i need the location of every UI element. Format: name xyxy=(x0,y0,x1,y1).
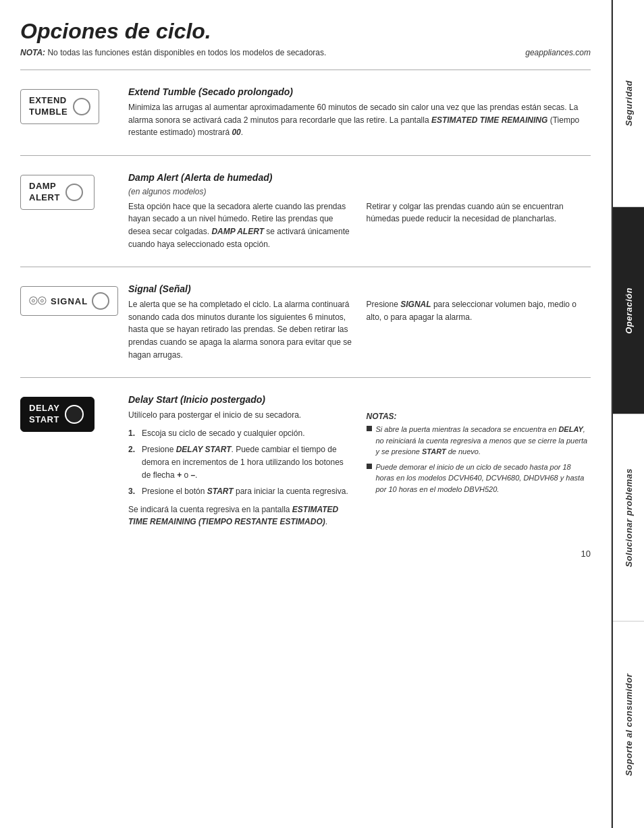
delay-start-toggle[interactable] xyxy=(65,405,84,424)
sidebar-section-seguridad: Seguridad xyxy=(613,0,644,207)
signal-waves-icon: ⦾⦾ xyxy=(29,295,47,307)
damp-alert-icon-col: DAMP ALERT xyxy=(20,172,128,210)
delay-start-title: Delay Start (Inicio postergado) xyxy=(128,394,591,405)
damp-alert-body-left: Esta opción hace que la secadora alerte … xyxy=(128,200,353,250)
delay-step-2: 2. Presione DELAY START. Puede cambiar e… xyxy=(128,443,353,481)
sidebar: Seguridad Operación Solucionar problemas… xyxy=(612,0,644,828)
note-bold: NOTA: xyxy=(20,48,45,57)
extend-tumble-title: Extend Tumble (Secado prolongado) xyxy=(128,86,591,97)
delay-intro: Utilícelo para postergar el inicio de su… xyxy=(128,409,353,422)
note-text: No todas las funciones están disponibles… xyxy=(47,48,326,57)
sidebar-section-operacion: Operación xyxy=(613,207,644,414)
delay-steps-list: 1. Escoja su ciclo de secado y cualquier… xyxy=(128,427,353,498)
damp-alert-toggle[interactable] xyxy=(65,184,83,201)
signal-toggle[interactable] xyxy=(92,292,109,310)
page-title: Opciones de ciclo. xyxy=(20,19,591,44)
delay-left: Utilícelo para postergar el inicio de su… xyxy=(128,409,353,528)
extend-tumble-row: EXTEND TUMBLE Extend Tumble (Secado prol… xyxy=(20,80,591,146)
delay-start-icon-col: DELAY START xyxy=(20,394,128,432)
signal-row: ⦾⦾ SIGNAL Signal (Señal) Le alerta que s… xyxy=(20,277,591,368)
page-note: NOTA: No todas las funciones están dispo… xyxy=(20,48,591,57)
top-divider xyxy=(20,70,591,70)
damp-alert-content: Damp Alert (Alerta de humedad) (en algun… xyxy=(128,172,591,250)
bullet-1 xyxy=(367,426,372,431)
delay-start-label: DELAY START xyxy=(29,403,59,426)
delay-start-icon-box: DELAY START xyxy=(20,397,95,432)
sidebar-label-seguridad: Seguridad xyxy=(624,80,634,126)
extend-tumble-content: Extend Tumble (Secado prolongado) Minimi… xyxy=(128,86,591,139)
main-content: Opciones de ciclo. NOTA: No todas las fu… xyxy=(0,0,612,828)
delay-right: NOTAS: Si abre la puerta mientras la sec… xyxy=(367,409,591,528)
damp-alert-title: Damp Alert (Alerta de humedad) xyxy=(128,172,591,183)
delay-start-row: DELAY START Delay Start (Inicio posterga… xyxy=(20,387,591,535)
damp-alert-body-right: Retirar y colgar las prendas cuando aún … xyxy=(367,200,591,250)
divider-3 xyxy=(20,377,591,378)
delay-step-3: 3. Presione el botón START para iniciar … xyxy=(128,485,353,498)
notas-list: Si abre la puerta mientras la secadora s… xyxy=(367,424,591,495)
extend-tumble-label: EXTEND TUMBLE xyxy=(29,95,68,118)
delay-outro: Se indicará la cuenta regresiva en la pa… xyxy=(128,503,353,528)
extend-tumble-toggle[interactable] xyxy=(73,98,90,115)
nota-1: Si abre la puerta mientras la secadora s… xyxy=(367,424,591,458)
damp-alert-body: Esta opción hace que la secadora alerte … xyxy=(128,200,591,250)
nota-2: Puede demorar el inicio de un ciclo de s… xyxy=(367,462,591,495)
delay-step-1: 1. Escoja su ciclo de secado y cualquier… xyxy=(128,427,353,440)
signal-text: SIGNAL xyxy=(51,296,88,306)
notas-title: NOTAS: xyxy=(367,412,591,421)
divider-2 xyxy=(20,267,591,267)
sidebar-label-operacion: Operación xyxy=(624,287,634,334)
notas-section: NOTAS: Si abre la puerta mientras la sec… xyxy=(367,412,591,495)
sidebar-label-soporte: Soporte al consumidor xyxy=(624,673,634,776)
website: geappliances.com xyxy=(525,48,591,57)
damp-alert-row: DAMP ALERT Damp Alert (Alerta de humedad… xyxy=(20,165,591,257)
extend-tumble-icon-col: EXTEND TUMBLE xyxy=(20,86,128,124)
sidebar-section-soporte: Soporte al consumidor xyxy=(613,622,644,828)
signal-body-right: Presione SIGNAL para seleccionar volumen… xyxy=(367,298,591,361)
delay-two-col: Utilícelo para postergar el inicio de su… xyxy=(128,409,591,528)
extend-tumble-icon-box: EXTEND TUMBLE xyxy=(20,89,99,124)
signal-icon-box: ⦾⦾ SIGNAL xyxy=(20,286,118,316)
divider-1 xyxy=(20,155,591,156)
signal-icon-col: ⦾⦾ SIGNAL xyxy=(20,283,128,316)
signal-content: Signal (Señal) Le alerta que se ha compl… xyxy=(128,283,591,361)
damp-alert-icon-box: DAMP ALERT xyxy=(20,175,95,210)
damp-alert-label: DAMP ALERT xyxy=(29,181,60,204)
signal-body-left: Le alerta que se ha completado el ciclo.… xyxy=(128,298,353,361)
page-number: 10 xyxy=(20,549,591,559)
signal-body: Le alerta que se ha completado el ciclo.… xyxy=(128,298,591,361)
signal-title: Signal (Señal) xyxy=(128,283,591,294)
extend-tumble-body: Minimiza las arrugas al aumentar aproxim… xyxy=(128,101,591,139)
delay-start-content: Delay Start (Inicio postergado) Utilícel… xyxy=(128,394,591,528)
damp-alert-subtitle: (en algunos modelos) xyxy=(128,187,591,196)
sidebar-section-solucionar: Solucionar problemas xyxy=(613,414,644,622)
sidebar-label-solucionar: Solucionar problemas xyxy=(624,468,634,568)
bullet-2 xyxy=(367,464,372,469)
